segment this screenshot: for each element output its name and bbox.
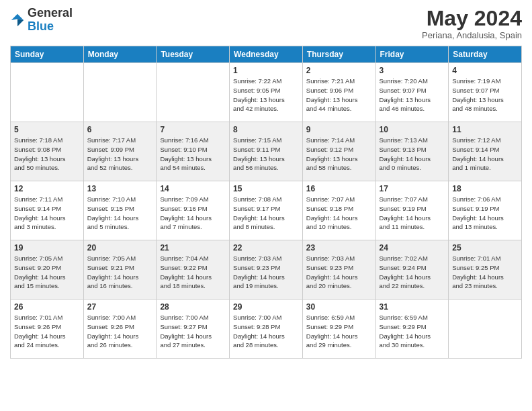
day-info: Sunrise: 7:03 AM Sunset: 9:23 PM Dayligh… bbox=[306, 254, 372, 291]
day-info: Sunrise: 6:59 AM Sunset: 9:29 PM Dayligh… bbox=[380, 313, 445, 350]
day-info: Sunrise: 7:00 AM Sunset: 9:27 PM Dayligh… bbox=[160, 313, 226, 350]
calendar-cell: 16Sunrise: 7:07 AM Sunset: 9:18 PM Dayli… bbox=[302, 181, 375, 240]
col-header-tuesday: Tuesday bbox=[157, 46, 230, 63]
page: General Blue May 2024 Periana, Andalusia… bbox=[0, 0, 532, 411]
calendar-cell: 23Sunrise: 7:03 AM Sunset: 9:23 PM Dayli… bbox=[302, 240, 375, 300]
calendar-cell: 29Sunrise: 7:00 AM Sunset: 9:28 PM Dayli… bbox=[230, 300, 303, 359]
day-info: Sunrise: 7:00 AM Sunset: 9:28 PM Dayligh… bbox=[233, 313, 299, 350]
day-number: 14 bbox=[160, 184, 226, 193]
day-info: Sunrise: 7:05 AM Sunset: 9:20 PM Dayligh… bbox=[14, 254, 80, 291]
day-number: 11 bbox=[452, 125, 518, 134]
day-number: 9 bbox=[306, 125, 372, 134]
day-number: 8 bbox=[233, 125, 299, 134]
col-header-monday: Monday bbox=[83, 46, 157, 63]
day-number: 30 bbox=[306, 302, 372, 312]
day-info: Sunrise: 7:14 AM Sunset: 9:12 PM Dayligh… bbox=[306, 136, 372, 173]
calendar-cell: 6Sunrise: 7:17 AM Sunset: 9:09 PM Daylig… bbox=[83, 122, 157, 181]
day-number: 4 bbox=[452, 66, 518, 75]
col-header-wednesday: Wednesday bbox=[230, 46, 303, 63]
calendar: SundayMondayTuesdayWednesdayThursdayFrid… bbox=[10, 46, 522, 359]
day-number: 1 bbox=[233, 66, 299, 75]
month-title: May 2024 bbox=[422, 7, 522, 30]
day-info: Sunrise: 7:10 AM Sunset: 9:15 PM Dayligh… bbox=[87, 195, 153, 232]
calendar-cell: 31Sunrise: 6:59 AM Sunset: 9:29 PM Dayli… bbox=[375, 300, 449, 359]
calendar-cell: 9Sunrise: 7:14 AM Sunset: 9:12 PM Daylig… bbox=[302, 122, 375, 181]
day-info: Sunrise: 7:03 AM Sunset: 9:23 PM Dayligh… bbox=[233, 254, 299, 291]
calendar-cell: 5Sunrise: 7:18 AM Sunset: 9:08 PM Daylig… bbox=[11, 122, 84, 181]
day-number: 16 bbox=[306, 184, 372, 193]
day-info: Sunrise: 7:22 AM Sunset: 9:05 PM Dayligh… bbox=[233, 77, 299, 113]
day-number: 5 bbox=[14, 125, 80, 134]
day-info: Sunrise: 7:21 AM Sunset: 9:06 PM Dayligh… bbox=[306, 77, 372, 113]
calendar-cell: 1Sunrise: 7:22 AM Sunset: 9:05 PM Daylig… bbox=[230, 63, 303, 122]
day-number: 21 bbox=[160, 243, 226, 253]
calendar-header-row: SundayMondayTuesdayWednesdayThursdayFrid… bbox=[11, 46, 522, 63]
day-info: Sunrise: 7:11 AM Sunset: 9:14 PM Dayligh… bbox=[14, 195, 80, 232]
day-number: 20 bbox=[87, 243, 153, 253]
day-number: 6 bbox=[87, 125, 153, 134]
day-number: 24 bbox=[380, 243, 445, 253]
day-info: Sunrise: 7:01 AM Sunset: 9:26 PM Dayligh… bbox=[14, 313, 80, 350]
day-number: 23 bbox=[306, 243, 372, 253]
col-header-friday: Friday bbox=[375, 46, 449, 63]
day-number: 29 bbox=[233, 302, 299, 312]
day-number: 27 bbox=[87, 302, 153, 312]
day-info: Sunrise: 7:18 AM Sunset: 9:08 PM Dayligh… bbox=[14, 136, 80, 173]
calendar-cell: 13Sunrise: 7:10 AM Sunset: 9:15 PM Dayli… bbox=[83, 181, 157, 240]
day-info: Sunrise: 7:15 AM Sunset: 9:11 PM Dayligh… bbox=[233, 136, 299, 173]
day-info: Sunrise: 7:07 AM Sunset: 9:18 PM Dayligh… bbox=[306, 195, 372, 232]
calendar-cell: 17Sunrise: 7:07 AM Sunset: 9:19 PM Dayli… bbox=[375, 181, 449, 240]
location-subtitle: Periana, Andalusia, Spain bbox=[422, 30, 522, 40]
day-number: 18 bbox=[452, 184, 518, 193]
day-info: Sunrise: 7:04 AM Sunset: 9:22 PM Dayligh… bbox=[160, 254, 226, 291]
day-number: 10 bbox=[380, 125, 445, 134]
day-number: 19 bbox=[14, 243, 80, 253]
day-info: Sunrise: 7:06 AM Sunset: 9:19 PM Dayligh… bbox=[452, 195, 518, 232]
col-header-thursday: Thursday bbox=[302, 46, 375, 63]
day-info: Sunrise: 7:01 AM Sunset: 9:25 PM Dayligh… bbox=[452, 254, 518, 291]
header: General Blue May 2024 Periana, Andalusia… bbox=[10, 7, 522, 40]
logo-icon bbox=[10, 13, 25, 28]
calendar-cell: 20Sunrise: 7:05 AM Sunset: 9:21 PM Dayli… bbox=[83, 240, 157, 300]
calendar-cell: 27Sunrise: 7:00 AM Sunset: 9:26 PM Dayli… bbox=[83, 300, 157, 359]
calendar-cell: 25Sunrise: 7:01 AM Sunset: 9:25 PM Dayli… bbox=[449, 240, 522, 300]
day-info: Sunrise: 7:05 AM Sunset: 9:21 PM Dayligh… bbox=[87, 254, 153, 291]
day-number: 13 bbox=[87, 184, 153, 193]
calendar-week-5: 26Sunrise: 7:01 AM Sunset: 9:26 PM Dayli… bbox=[11, 300, 522, 359]
calendar-cell: 24Sunrise: 7:02 AM Sunset: 9:24 PM Dayli… bbox=[375, 240, 449, 300]
day-info: Sunrise: 7:20 AM Sunset: 9:07 PM Dayligh… bbox=[380, 77, 445, 113]
calendar-cell bbox=[449, 300, 522, 359]
calendar-cell: 21Sunrise: 7:04 AM Sunset: 9:22 PM Dayli… bbox=[157, 240, 230, 300]
day-info: Sunrise: 7:07 AM Sunset: 9:19 PM Dayligh… bbox=[380, 195, 445, 232]
calendar-cell bbox=[83, 63, 157, 122]
calendar-week-2: 5Sunrise: 7:18 AM Sunset: 9:08 PM Daylig… bbox=[11, 122, 522, 181]
calendar-cell: 11Sunrise: 7:12 AM Sunset: 9:14 PM Dayli… bbox=[449, 122, 522, 181]
col-header-saturday: Saturday bbox=[449, 46, 522, 63]
calendar-cell: 19Sunrise: 7:05 AM Sunset: 9:20 PM Dayli… bbox=[11, 240, 84, 300]
logo: General Blue bbox=[10, 7, 73, 34]
day-info: Sunrise: 7:00 AM Sunset: 9:26 PM Dayligh… bbox=[87, 313, 153, 350]
calendar-week-3: 12Sunrise: 7:11 AM Sunset: 9:14 PM Dayli… bbox=[11, 181, 522, 240]
calendar-cell: 28Sunrise: 7:00 AM Sunset: 9:27 PM Dayli… bbox=[157, 300, 230, 359]
day-number: 26 bbox=[14, 302, 80, 312]
calendar-cell: 18Sunrise: 7:06 AM Sunset: 9:19 PM Dayli… bbox=[449, 181, 522, 240]
day-number: 12 bbox=[14, 184, 80, 193]
calendar-cell: 10Sunrise: 7:13 AM Sunset: 9:13 PM Dayli… bbox=[375, 122, 449, 181]
day-info: Sunrise: 7:02 AM Sunset: 9:24 PM Dayligh… bbox=[380, 254, 445, 291]
day-number: 3 bbox=[380, 66, 445, 75]
day-info: Sunrise: 6:59 AM Sunset: 9:29 PM Dayligh… bbox=[306, 313, 372, 350]
day-number: 15 bbox=[233, 184, 299, 193]
day-info: Sunrise: 7:08 AM Sunset: 9:17 PM Dayligh… bbox=[233, 195, 299, 232]
calendar-cell: 8Sunrise: 7:15 AM Sunset: 9:11 PM Daylig… bbox=[230, 122, 303, 181]
day-number: 22 bbox=[233, 243, 299, 253]
day-info: Sunrise: 7:13 AM Sunset: 9:13 PM Dayligh… bbox=[380, 136, 445, 173]
day-number: 25 bbox=[452, 243, 518, 253]
day-number: 7 bbox=[160, 125, 226, 134]
calendar-cell bbox=[11, 63, 84, 122]
day-info: Sunrise: 7:16 AM Sunset: 9:10 PM Dayligh… bbox=[160, 136, 226, 173]
calendar-cell: 12Sunrise: 7:11 AM Sunset: 9:14 PM Dayli… bbox=[11, 181, 84, 240]
calendar-cell: 14Sunrise: 7:09 AM Sunset: 9:16 PM Dayli… bbox=[157, 181, 230, 240]
calendar-cell: 30Sunrise: 6:59 AM Sunset: 9:29 PM Dayli… bbox=[302, 300, 375, 359]
svg-marker-1 bbox=[17, 19, 24, 26]
title-block: May 2024 Periana, Andalusia, Spain bbox=[422, 7, 522, 40]
